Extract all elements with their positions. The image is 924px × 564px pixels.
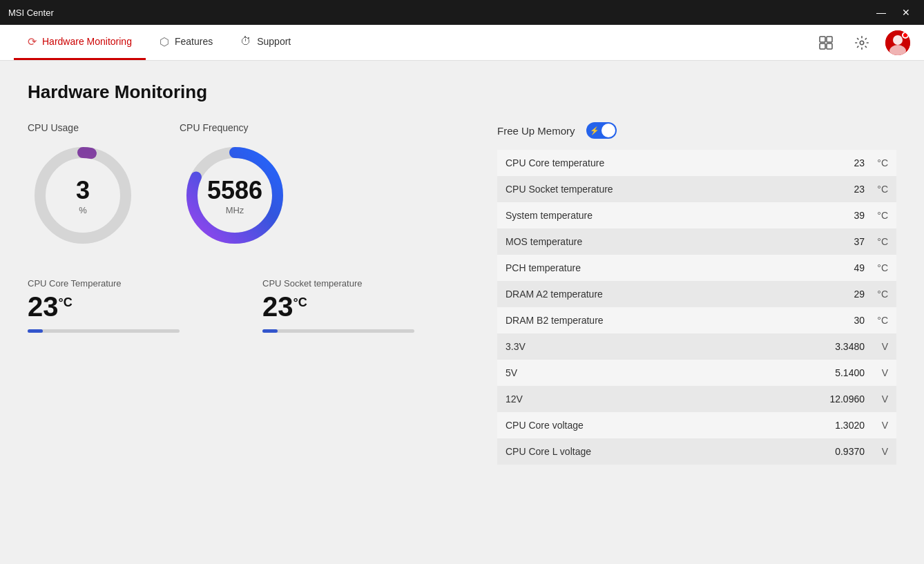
content-area: CPU Usage <box>28 122 896 550</box>
sensor-row: CPU Core temperature 23 °C <box>497 150 896 176</box>
cpu-frequency-center: 5586 MHz <box>207 176 262 215</box>
left-panel: CPU Usage <box>28 122 470 550</box>
cpu-usage-gauge: CPU Usage <box>28 122 138 251</box>
sensor-unit: °C <box>869 210 888 221</box>
tab-support[interactable]: ⏱ Support <box>227 25 305 60</box>
cpu-frequency-unit: MHz <box>207 205 262 215</box>
sensor-row: DRAM A2 temperature 29 °C <box>497 281 896 307</box>
cpu-core-temp-bar-track <box>28 329 180 333</box>
svg-rect-2 <box>820 43 825 49</box>
sensor-value: 23 <box>816 157 865 168</box>
sensor-name: CPU Core voltage <box>506 420 816 431</box>
svg-point-4 <box>860 41 864 45</box>
sensor-unit: °C <box>869 184 888 195</box>
nav-right <box>814 30 910 55</box>
cpu-core-temp-item: CPU Core Temperature 23°C <box>28 278 235 333</box>
sensor-value: 12.0960 <box>816 393 865 405</box>
cpu-socket-temp-unit: °C <box>293 295 307 309</box>
sensor-row: System temperature 39 °C <box>497 202 896 228</box>
cpu-frequency-gauge: CPU Frequency <box>180 122 290 251</box>
sensor-value: 5.1400 <box>816 367 865 378</box>
sensor-unit: °C <box>869 157 888 168</box>
cpu-usage-center: 3 % <box>76 176 90 215</box>
sensor-value: 37 <box>816 236 865 247</box>
sensor-unit: °C <box>869 315 888 326</box>
sensor-unit: °C <box>869 236 888 247</box>
sensor-name: CPU Socket temperature <box>506 184 816 195</box>
cpu-core-temp-unit: °C <box>59 295 73 309</box>
sensor-value: 23 <box>816 184 865 195</box>
hardware-monitoring-icon: ⟳ <box>28 35 37 48</box>
sensor-unit: V <box>869 367 888 378</box>
sensor-value: 39 <box>816 210 865 221</box>
cpu-socket-temp-label: CPU Socket temperature <box>262 278 470 289</box>
tab-support-label: Support <box>257 36 291 47</box>
cpu-socket-temp-bar-fill <box>262 329 278 333</box>
cpu-core-temp-label: CPU Core Temperature <box>28 278 235 289</box>
free-memory-toggle[interactable]: ⚡ <box>586 122 617 139</box>
free-memory-label: Free Up Memory <box>497 125 575 137</box>
cpu-frequency-donut: 5586 MHz <box>180 140 290 251</box>
tab-hardware-monitoring-label: Hardware Monitoring <box>42 36 132 47</box>
cpu-usage-unit: % <box>76 205 90 215</box>
sensor-name: 3.3V <box>506 341 816 352</box>
nav-tabs: ⟳ Hardware Monitoring ⬡ Features ⏱ Suppo… <box>14 25 305 60</box>
tab-hardware-monitoring[interactable]: ⟳ Hardware Monitoring <box>14 25 146 60</box>
free-memory-header: Free Up Memory ⚡ <box>497 122 896 139</box>
sensor-row: 3.3V 3.3480 V <box>497 333 896 360</box>
sensor-name: System temperature <box>506 210 816 221</box>
sensor-unit: V <box>869 446 888 457</box>
sensor-name: MOS temperature <box>506 236 816 247</box>
avatar-notification-dot <box>902 32 909 39</box>
tab-features[interactable]: ⬡ Features <box>146 25 227 60</box>
svg-rect-0 <box>820 37 825 42</box>
sensor-row: MOS temperature 37 °C <box>497 228 896 255</box>
navbar: ⟳ Hardware Monitoring ⬡ Features ⏱ Suppo… <box>0 25 924 61</box>
svg-point-6 <box>893 35 903 45</box>
cpu-usage-value: 3 <box>76 176 90 205</box>
cpu-frequency-value: 5586 <box>207 176 262 205</box>
cpu-socket-temp-value: 23°C <box>262 291 470 322</box>
grid-button[interactable] <box>814 30 838 55</box>
cpu-core-temp-value: 23°C <box>28 291 235 322</box>
sensor-unit: °C <box>869 289 888 300</box>
support-icon: ⏱ <box>240 35 251 48</box>
features-icon: ⬡ <box>160 35 169 48</box>
sensor-value: 1.3020 <box>816 420 865 431</box>
sensor-name: 5V <box>506 367 816 378</box>
sensor-value: 30 <box>816 315 865 326</box>
sensor-name: PCH temperature <box>506 262 816 273</box>
sensor-row: 12V 12.0960 V <box>497 386 896 412</box>
toggle-icon: ⚡ <box>590 126 599 135</box>
cpu-usage-label: CPU Usage <box>28 122 79 133</box>
cpu-frequency-label: CPU Frequency <box>180 122 249 133</box>
tab-features-label: Features <box>175 36 213 47</box>
sensor-name: CPU Core temperature <box>506 157 816 168</box>
sensor-row: CPU Socket temperature 23 °C <box>497 176 896 202</box>
sensor-row: CPU Core L voltage 0.9370 V <box>497 438 896 465</box>
sensor-unit: V <box>869 393 888 405</box>
app-title: MSI Center <box>8 8 54 18</box>
main-content: Hardware Monitoring CPU Usage <box>0 61 924 564</box>
avatar[interactable] <box>885 30 910 55</box>
cpu-core-temp-bar-fill <box>28 329 43 333</box>
sensor-unit: V <box>869 341 888 352</box>
minimize-button[interactable]: — <box>872 3 891 22</box>
sensor-value: 49 <box>816 262 865 273</box>
sensor-name: 12V <box>506 393 816 405</box>
sensor-row: DRAM B2 temperature 30 °C <box>497 307 896 333</box>
cpu-socket-temp-bar-track <box>262 329 414 333</box>
svg-rect-1 <box>827 37 832 42</box>
sensor-value: 0.9370 <box>816 446 865 457</box>
close-button[interactable]: ✕ <box>896 3 916 22</box>
sensor-value: 29 <box>816 289 865 300</box>
titlebar: MSI Center — ✕ <box>0 0 924 25</box>
right-panel: Free Up Memory ⚡ CPU Core temperature 23… <box>497 122 896 550</box>
window-controls: — ✕ <box>872 3 916 22</box>
sensor-value: 3.3480 <box>816 341 865 352</box>
sensor-unit: V <box>869 420 888 431</box>
settings-button[interactable] <box>849 30 874 55</box>
cpu-socket-temp-item: CPU Socket temperature 23°C <box>262 278 470 333</box>
sensor-row: CPU Core voltage 1.3020 V <box>497 412 896 438</box>
sensor-name: CPU Core L voltage <box>506 446 816 457</box>
